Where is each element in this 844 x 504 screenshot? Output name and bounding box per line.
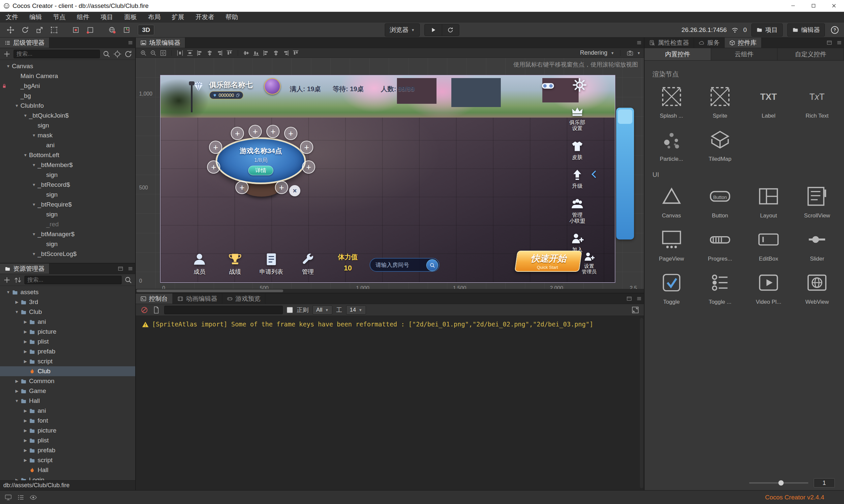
tab-inspector[interactable]: 属性检查器 <box>644 38 694 48</box>
bottom-menu-record[interactable]: 战绩 <box>220 252 250 276</box>
library-item-buttonicon[interactable]: Button Button <box>696 183 744 219</box>
rendering-dropdown[interactable]: Rendering <box>580 49 607 56</box>
tree-row-picture[interactable]: ▶picture <box>0 327 135 337</box>
library-subtab-2[interactable]: 自定义控件 <box>777 48 844 60</box>
tab-console-1[interactable]: 动画编辑器 <box>173 293 222 304</box>
alignb-tool-icon[interactable] <box>252 49 260 57</box>
tree-arrow-icon[interactable]: ▶ <box>22 349 29 354</box>
menu-item-4[interactable]: 项目 <box>95 12 119 22</box>
expand-console-button[interactable] <box>631 306 639 314</box>
empty-seat-button[interactable]: + <box>209 141 222 154</box>
side-menu-league[interactable]: 管理 小联盟 <box>569 197 585 224</box>
tree-arrow-icon[interactable]: ▼ <box>13 310 20 314</box>
maximize-button[interactable] <box>803 0 824 12</box>
game-controller-button[interactable] <box>539 79 557 93</box>
empty-seat-button[interactable]: + <box>300 141 313 154</box>
tree-row-_btmanager[interactable]: ▼_btManager$ <box>0 229 135 239</box>
library-item-layouticon[interactable]: Layout <box>744 183 793 219</box>
side-menu-upgrade[interactable]: 升级 <box>570 168 584 189</box>
tree-arrow-icon[interactable]: ▼ <box>22 153 29 158</box>
alignt-tool-icon[interactable] <box>291 49 300 57</box>
menu-item-1[interactable]: 编辑 <box>24 12 48 22</box>
search-icon[interactable] <box>124 276 133 284</box>
tree-arrow-icon[interactable]: ▶ <box>22 438 29 443</box>
library-item-sprite[interactable]: Splash ... <box>647 83 696 119</box>
copy-icon[interactable] <box>236 93 240 97</box>
tree-row-sign[interactable]: sign <box>0 239 135 249</box>
tab-assets[interactable]: 资源管理器 <box>0 264 49 274</box>
empty-seat-button[interactable]: + <box>302 160 315 174</box>
scrollbar-thumb[interactable] <box>137 290 283 292</box>
tree-arrow-icon[interactable]: ▼ <box>5 290 12 294</box>
hierarchy-search-input[interactable] <box>14 50 100 58</box>
toggle-3d-button[interactable]: 3D <box>138 25 154 35</box>
empty-seat-button[interactable]: + <box>248 125 262 138</box>
assets-search-input[interactable] <box>24 276 122 284</box>
icon-size-slider[interactable] <box>749 482 808 484</box>
side-menu-crown[interactable]: 俱乐部 设置 <box>569 104 585 132</box>
search-icon[interactable] <box>102 50 111 58</box>
library-item-canvasicon[interactable]: Canvas <box>647 183 696 219</box>
tree-arrow-icon[interactable]: ▶ <box>22 448 29 453</box>
empty-seat-button[interactable]: + <box>266 125 279 138</box>
tree-arrow-icon[interactable]: ▶ <box>13 389 20 393</box>
zoomin-tool-icon[interactable] <box>139 49 148 57</box>
tree-arrow-icon[interactable]: ▶ <box>22 359 29 364</box>
tab-hierarchy[interactable]: 层级管理器 <box>0 38 49 48</box>
disth-tool-icon[interactable] <box>176 49 184 57</box>
assets-menu-button[interactable] <box>125 264 135 274</box>
tree-arrow-icon[interactable]: ▼ <box>13 104 20 108</box>
tree-row-_btrequire[interactable]: ▼_btRequire$ <box>0 200 135 210</box>
library-subtab-1[interactable]: 云组件 <box>711 48 778 60</box>
tree-row-_btmember[interactable]: ▼_btMember$ <box>0 160 135 170</box>
open-project-button[interactable]: 项目 <box>751 23 783 37</box>
tree-arrow-icon[interactable]: ▶ <box>22 409 29 413</box>
console-scrollbar[interactable] <box>640 318 643 488</box>
world-tool-button[interactable] <box>105 24 119 36</box>
library-item-scrollview[interactable]: ScrollView <box>793 183 841 219</box>
tree-row-plist[interactable]: ▶plist <box>0 435 135 445</box>
tree-arrow-icon[interactable]: ▶ <box>13 379 20 383</box>
tree-row-font[interactable]: ▶font <box>0 416 135 426</box>
tree-row-_btquickjoin[interactable]: ▼_btQuickJoin$ <box>0 111 135 121</box>
bottom-menu-manage[interactable]: 管理 <box>293 252 323 276</box>
library-item-slidericon[interactable]: Slider <box>793 226 841 262</box>
tree-row-_bgani[interactable]: _bgAni <box>0 81 135 91</box>
alignr-tool-icon[interactable] <box>281 49 290 57</box>
move-tool-button[interactable] <box>4 24 17 36</box>
room-number-input[interactable]: 请输入房间号 <box>369 258 440 272</box>
tree-row-mask[interactable]: ▼mask <box>0 130 135 140</box>
tree-arrow-icon[interactable]: ▼ <box>30 182 38 187</box>
library-popout-button[interactable] <box>824 38 834 48</box>
tree-arrow-icon[interactable]: ▶ <box>13 478 20 480</box>
font-size-dropdown[interactable]: 14 ▼ <box>346 305 366 314</box>
console-menu-button[interactable] <box>634 293 644 304</box>
tree-row-script[interactable]: ▶script <box>0 455 135 465</box>
set-admin-button[interactable]: 设置 管理员 <box>574 251 604 275</box>
create-node-button[interactable] <box>3 50 11 58</box>
menu-item-2[interactable]: 节点 <box>48 12 71 22</box>
aligncv-tool-icon[interactable] <box>205 49 214 57</box>
sort-assets-button[interactable] <box>14 276 22 284</box>
tree-arrow-icon[interactable]: ▶ <box>22 339 29 344</box>
scale-tool-button[interactable] <box>33 24 46 36</box>
settings-gear-button[interactable] <box>572 77 587 93</box>
slider-thumb[interactable] <box>778 480 784 486</box>
menu-item-0[interactable]: 文件 <box>0 12 24 22</box>
collapse-panel-arrow[interactable] <box>589 168 599 180</box>
pivot1-tool-button[interactable] <box>69 24 82 36</box>
alignl-tool-icon[interactable] <box>195 49 204 57</box>
library-item-video[interactable]: Video Pl... <box>744 269 793 305</box>
library-item-togglegroup[interactable]: Toggle ... <box>696 269 744 305</box>
side-menu-skin[interactable]: 皮肤 <box>570 139 584 160</box>
refresh-preview-button[interactable] <box>442 24 459 36</box>
menu-item-8[interactable]: 开发者 <box>190 12 220 22</box>
club-avatar[interactable] <box>264 78 280 94</box>
library-item-pageview[interactable]: PageView <box>647 226 696 262</box>
tree-arrow-icon[interactable]: ▼ <box>30 232 38 236</box>
tree-arrow-icon[interactable]: ▼ <box>5 64 12 69</box>
visibility-icon[interactable] <box>30 494 37 501</box>
empty-seat-button[interactable]: + <box>207 160 220 174</box>
library-item-progress[interactable]: Progres... <box>696 226 744 262</box>
preview-target-dropdown[interactable]: 浏览器 ▼ <box>385 23 420 37</box>
